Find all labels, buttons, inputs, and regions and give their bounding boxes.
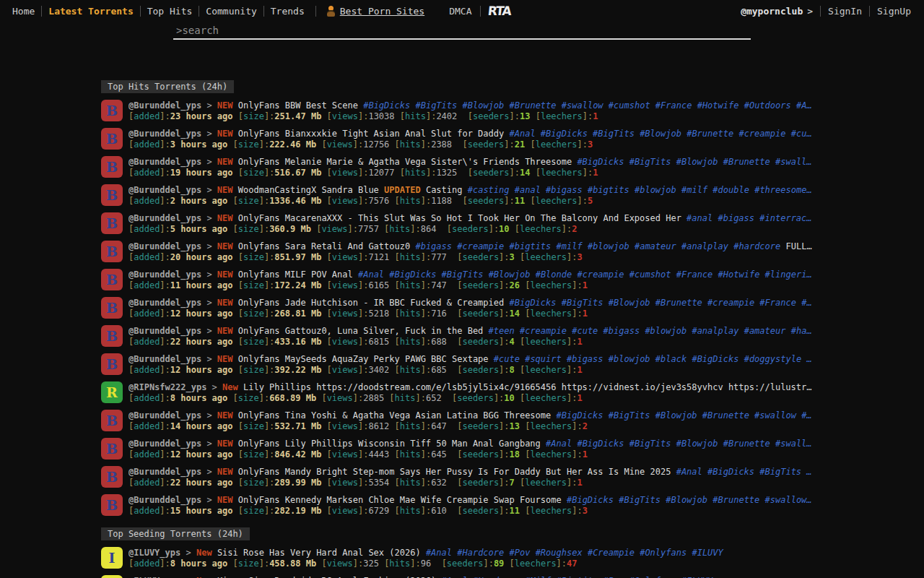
tag-link[interactable]: #Pov [510, 548, 531, 558]
torrent-title-link[interactable]: Onlyfans MILF POV Anal [238, 269, 353, 280]
tag-link[interactable]: #anal [515, 185, 541, 195]
nav-item-community[interactable]: Community [199, 6, 263, 17]
tag-link[interactable]: #Anal [676, 467, 702, 477]
tag-link[interactable]: #analplay [681, 241, 728, 251]
uploader-avatar[interactable]: B [101, 212, 123, 234]
uploader-avatar[interactable]: B [101, 241, 123, 262]
tag-link[interactable]: #creampie [520, 326, 567, 336]
torrent-title-link[interactable]: OnlyFans BBW Best Scene [238, 100, 358, 111]
tag-link[interactable]: #Hardcore [457, 548, 504, 558]
tag-link[interactable]: #A… [796, 100, 812, 111]
tag-link[interactable]: #cute [572, 326, 598, 336]
tag-link[interactable]: #hardcore [733, 241, 780, 251]
tag-link[interactable]: #Blowjob [489, 269, 531, 280]
signin-link[interactable]: SignIn [821, 6, 869, 17]
tag-link[interactable]: #swallow… [765, 495, 812, 505]
tag-link[interactable]: #swallow [754, 410, 796, 420]
tag-link[interactable]: #Brunette [702, 410, 749, 420]
tag-link[interactable]: #Blonde [536, 269, 572, 280]
tag-link[interactable]: #bigass [718, 213, 754, 223]
nav-item-latest-torrents[interactable]: Latest Torrents [42, 6, 139, 17]
tag-link[interactable]: #amateur [635, 241, 676, 251]
uploader-link[interactable]: @Burunddel_yps [128, 157, 201, 167]
uploader-link[interactable]: @Burunddel_yps [128, 410, 201, 420]
tag-link[interactable]: #BigDicks [541, 129, 588, 139]
tag-link[interactable]: #France [676, 269, 713, 280]
torrent-title-link[interactable]: Sisi Rose Has Very Hard Anal Sex (2026) [217, 548, 421, 558]
tag-link[interactable]: #creampie [738, 129, 785, 139]
tag-link[interactable]: #bigass [603, 326, 640, 336]
torrent-title-link[interactable]: OnlyFans Bianxxxkie Tight Asian Anal Slu… [238, 129, 504, 139]
uploader-avatar[interactable]: I [101, 547, 123, 569]
tag-link[interactable]: #BigTits [415, 100, 457, 111]
tag-link[interactable]: #blowjob [635, 185, 676, 195]
tag-link[interactable]: #milf [557, 241, 583, 251]
dmca-link[interactable]: DMCA [449, 6, 480, 17]
tag-link[interactable]: #doggystyle [744, 354, 801, 364]
tag-link[interactable]: #BigDicks [707, 467, 754, 477]
tag-link[interactable]: #Blowjob [609, 298, 650, 308]
tag-link[interactable]: #bigtits [588, 185, 629, 195]
tag-link[interactable]: #squirt [525, 354, 562, 364]
uploader-link[interactable]: @Burunddel_yps [128, 354, 201, 364]
uploader-link[interactable]: @Burunddel_yps [128, 326, 201, 336]
account-link[interactable]: @mypornclub [741, 6, 807, 17]
tag-link[interactable]: #BigTits [619, 495, 661, 505]
tag-link[interactable]: #blowjob [645, 326, 687, 336]
tag-link[interactable]: #Roughsex [536, 548, 583, 558]
search-input[interactable] [173, 23, 751, 40]
tag-link[interactable]: #analplay [692, 326, 738, 336]
tag-link[interactable]: #black [655, 354, 687, 364]
tag-link[interactable]: #BigTits [562, 298, 603, 308]
tag-link[interactable]: #BigDicks [577, 157, 624, 167]
tag-link[interactable]: #BigTits [442, 269, 484, 280]
tag-link[interactable]: #Outdoors [744, 100, 791, 111]
torrent-title-link[interactable]: OnlyFans Lily Phillips Wisconsin Tiff 50… [238, 439, 541, 449]
tag-link[interactable]: #France [655, 100, 692, 111]
uploader-avatar[interactable]: I [101, 575, 123, 578]
uploader-link[interactable]: @Burunddel_yps [128, 298, 201, 308]
tag-link[interactable]: … [806, 467, 811, 477]
tag-link[interactable]: #Blowjob [462, 100, 504, 111]
uploader-link[interactable]: @RIPNsfw222_yps [128, 382, 206, 392]
nav-item-trends[interactable]: Trends [264, 6, 311, 17]
uploader-avatar[interactable]: B [101, 297, 123, 319]
uploader-link[interactable]: @Burunddel_yps [128, 269, 201, 280]
tag-link[interactable]: #Brunette [723, 157, 770, 167]
uploader-avatar[interactable]: B [101, 353, 123, 375]
tag-link[interactable]: #Hotwife [697, 100, 739, 111]
tag-link[interactable]: #Blowjob [655, 410, 697, 420]
uploader-link[interactable]: @Burunddel_yps [128, 129, 201, 139]
tag-link[interactable]: #bigass [546, 185, 583, 195]
tag-link[interactable]: #ILUVY [692, 548, 723, 558]
torrent-title-link[interactable]: OnlyFans Kennedy Marksen Chloe Mae Wife … [238, 495, 562, 505]
nav-item-top-hits[interactable]: Top Hits [141, 6, 199, 17]
nav-item-home[interactable]: Home [6, 6, 41, 17]
uploader-avatar[interactable]: B [101, 184, 123, 206]
torrent-title-link[interactable]: Casting [426, 185, 463, 195]
tag-link[interactable]: #Blowjob [666, 495, 707, 505]
uploader-link[interactable]: @Burunddel_yps [128, 213, 201, 223]
torrent-title-link[interactable]: WoodmanCastingX Sandra Blue [238, 185, 379, 195]
signup-link[interactable]: SignUp [870, 6, 918, 17]
tag-link[interactable]: #Hotwife [718, 269, 760, 280]
uploader-link[interactable]: @ILUVY_yps [128, 548, 180, 558]
torrent-title-link[interactable]: Onlyfans MaySeeds AquaZay Perky PAWG BBC… [238, 354, 489, 364]
torrent-title-link[interactable]: OnlyFans Mandy Bright Step-mom Says Her … [238, 467, 671, 477]
tag-link[interactable]: #amateur [744, 326, 786, 336]
tag-link[interactable]: #Brunette [723, 439, 770, 449]
tag-link[interactable]: #double [712, 185, 749, 195]
uploader-avatar[interactable]: B [101, 438, 123, 460]
tag-link[interactable]: #cute [494, 354, 520, 364]
tag-link[interactable]: #casting [468, 185, 510, 195]
tag-link[interactable]: #anal [687, 213, 712, 223]
torrent-title-link[interactable]: OnlyFans MacarenaXXX - This Slut Was So … [238, 213, 681, 223]
tag-link[interactable]: #cu… [791, 129, 812, 139]
uploader-link[interactable]: @Burunddel_yps [128, 241, 201, 251]
tag-link[interactable]: … [806, 354, 811, 364]
uploader-avatar[interactable]: B [101, 494, 123, 516]
torrent-title-link[interactable]: Onlyfans Sara Retali And Gattouz0 [238, 241, 410, 251]
tag-link[interactable]: #BigDicks [567, 495, 614, 505]
tag-link[interactable]: #blowjob [609, 354, 650, 364]
tag-link[interactable]: #Brunette [510, 100, 557, 111]
